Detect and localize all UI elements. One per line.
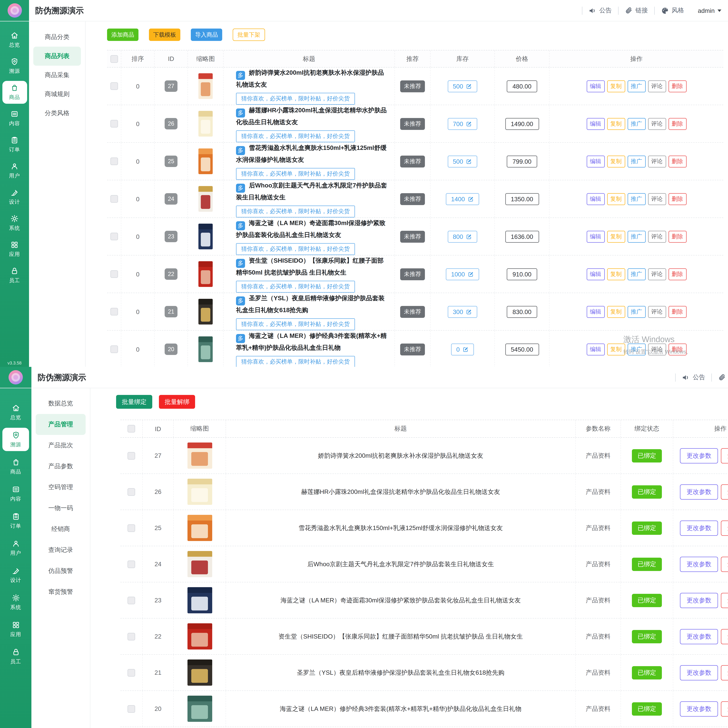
subnav-item-1[interactable]: 商品列表	[33, 47, 81, 66]
row-checkbox[interactable]	[127, 633, 135, 640]
row-checkbox[interactable]	[110, 232, 118, 240]
row-checkbox[interactable]	[127, 705, 135, 713]
delete-button[interactable]: 删除	[668, 306, 687, 318]
comment-button[interactable]: 评论	[648, 118, 666, 130]
batch-bind-button[interactable]: 批量绑定	[116, 395, 152, 409]
change-param-button[interactable]: 更改参数	[680, 484, 718, 499]
import-product-button[interactable]: 导入商品	[191, 29, 222, 41]
copy-button[interactable]: 复制	[607, 306, 625, 318]
stock-edit[interactable]: 0	[451, 343, 474, 355]
row-checkbox[interactable]	[127, 560, 135, 568]
batch-off-shelf-button[interactable]: 批量下架	[232, 29, 265, 41]
subnav-item-6[interactable]: 经销商	[31, 518, 90, 540]
sidebar-item-staff[interactable]: 员工	[0, 643, 31, 670]
stock-edit[interactable]: 500	[448, 155, 477, 167]
edit-button[interactable]: 编辑	[587, 80, 605, 92]
unbind-button[interactable]: 解绑	[721, 593, 728, 608]
unbind-button[interactable]: 解绑	[721, 520, 728, 535]
promote-button[interactable]: 推广	[627, 306, 645, 318]
link-link[interactable]: 链接	[711, 373, 728, 381]
change-param-button[interactable]: 更改参数	[680, 557, 718, 572]
promote-button[interactable]: 推广	[627, 118, 645, 130]
change-param-button[interactable]: 更改参数	[680, 665, 718, 680]
subnav-item-0[interactable]: 商品分类	[29, 28, 85, 47]
unbind-button[interactable]: 解绑	[721, 629, 728, 644]
sidebar-item-order[interactable]: 订单	[0, 132, 29, 158]
stock-edit[interactable]: 700	[448, 118, 477, 130]
delete-button[interactable]: 删除	[668, 343, 687, 355]
subnav-item-0[interactable]: 数据总览	[31, 393, 90, 414]
copy-button[interactable]: 复制	[607, 155, 625, 167]
announce-link[interactable]: 公告	[675, 373, 711, 381]
promote-button[interactable]: 推广	[627, 268, 645, 280]
comment-button[interactable]: 评论	[648, 306, 666, 318]
copy-button[interactable]: 复制	[607, 268, 625, 280]
row-checkbox[interactable]	[110, 346, 118, 353]
sidebar-item-staff[interactable]: 员工	[0, 262, 29, 288]
sidebar-item-design[interactable]: 设计	[0, 184, 29, 210]
comment-button[interactable]: 评论	[648, 268, 666, 280]
row-checkbox[interactable]	[127, 596, 135, 604]
copy-button[interactable]: 复制	[607, 231, 625, 243]
sidebar-item-shield[interactable]: 溯源	[2, 428, 29, 451]
promote-button[interactable]: 推广	[627, 193, 645, 205]
edit-button[interactable]: 编辑	[587, 193, 605, 205]
change-param-button[interactable]: 更改参数	[680, 448, 718, 463]
stock-edit[interactable]: 300	[448, 306, 477, 318]
subnav-item-5[interactable]: 一物一码	[31, 498, 90, 518]
sidebar-item-shield[interactable]: 溯源	[0, 53, 29, 79]
comment-button[interactable]: 评论	[648, 155, 666, 167]
sidebar-item-user[interactable]: 用户	[0, 534, 31, 561]
delete-button[interactable]: 删除	[668, 193, 687, 205]
row-checkbox[interactable]	[127, 524, 135, 532]
sidebar-item-home[interactable]: 总览	[0, 27, 29, 53]
edit-button[interactable]: 编辑	[587, 306, 605, 318]
unbind-button[interactable]: 解绑	[721, 448, 728, 463]
sidebar-item-apps[interactable]: 应用	[0, 236, 29, 262]
style-link[interactable]: 风格	[654, 6, 690, 15]
row-checkbox[interactable]	[110, 195, 118, 203]
subnav-item-3[interactable]: 产品参数	[31, 456, 90, 477]
link-link[interactable]: 链接	[618, 6, 654, 15]
promote-button[interactable]: 推广	[627, 80, 645, 92]
sidebar-item-bag[interactable]: 商品	[0, 453, 31, 480]
sidebar-item-user[interactable]: 用户	[0, 158, 29, 184]
change-param-button[interactable]: 更改参数	[680, 629, 718, 644]
delete-button[interactable]: 删除	[668, 118, 687, 130]
app-logo[interactable]	[0, 367, 31, 388]
row-checkbox[interactable]	[127, 669, 135, 676]
add-product-button[interactable]: 添加商品	[107, 29, 138, 41]
unbind-button[interactable]: 解绑	[721, 665, 728, 680]
subnav-item-1[interactable]: 产品管理	[36, 414, 86, 435]
comment-button[interactable]: 评论	[648, 193, 666, 205]
change-param-button[interactable]: 更改参数	[680, 520, 718, 535]
announce-link[interactable]: 公告	[582, 6, 618, 15]
sidebar-item-home[interactable]: 总览	[0, 399, 31, 426]
edit-button[interactable]: 编辑	[587, 343, 605, 355]
sidebar-item-bag[interactable]: 商品	[2, 81, 27, 104]
subnav-item-4[interactable]: 空码管理	[31, 477, 90, 498]
comment-button[interactable]: 评论	[648, 80, 666, 92]
copy-button[interactable]: 复制	[607, 80, 625, 92]
subnav-item-2[interactable]: 商品采集	[29, 66, 85, 85]
subnav-item-2[interactable]: 产品批次	[31, 435, 90, 456]
delete-button[interactable]: 删除	[668, 268, 687, 280]
change-param-button[interactable]: 更改参数	[680, 701, 718, 716]
row-checkbox[interactable]	[110, 158, 118, 165]
copy-button[interactable]: 复制	[607, 118, 625, 130]
stock-edit[interactable]: 800	[448, 231, 477, 243]
unbind-button[interactable]: 解绑	[721, 701, 728, 716]
user-menu[interactable]: admin	[690, 7, 724, 14]
delete-button[interactable]: 删除	[668, 231, 687, 243]
sidebar-item-content[interactable]: 内容	[0, 105, 29, 132]
select-all-checkbox[interactable]	[127, 425, 135, 433]
subnav-item-9[interactable]: 窜货预警	[31, 581, 90, 603]
comment-button[interactable]: 评论	[648, 231, 666, 243]
row-checkbox[interactable]	[127, 488, 135, 496]
promote-button[interactable]: 推广	[627, 155, 645, 167]
batch-unbind-button[interactable]: 批量解绑	[159, 395, 195, 409]
sidebar-item-system[interactable]: 系统	[0, 589, 31, 616]
sidebar-item-order[interactable]: 订单	[0, 507, 31, 534]
stock-edit[interactable]: 1400	[446, 193, 479, 205]
row-checkbox[interactable]	[110, 270, 118, 278]
